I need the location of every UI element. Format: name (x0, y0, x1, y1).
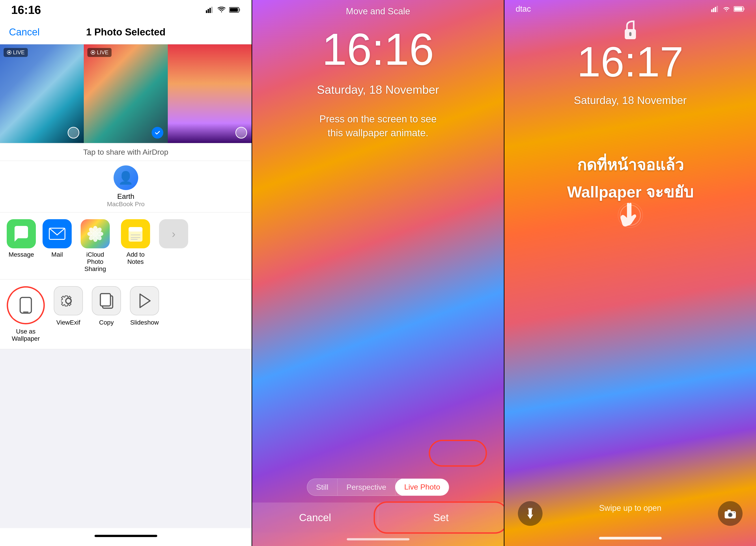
carrier-label: dtac (516, 4, 531, 14)
partial-app-icon: › (159, 219, 188, 248)
panel3-date: Saturday, 18 November (504, 94, 756, 106)
signal-icon (206, 7, 214, 13)
signal-icon-p3 (711, 6, 719, 12)
photo-thumb-3[interactable] (168, 44, 252, 143)
panel2-cancel-button[interactable]: Cancel (252, 503, 378, 533)
airdrop-device[interactable]: 👤 Earth MacBook Pro (0, 161, 252, 212)
view-exif-action[interactable]: ViewExif (54, 286, 83, 326)
status-icons (206, 7, 240, 13)
svg-rect-38 (734, 7, 742, 11)
panel2-actions: Cancel Set (252, 503, 504, 533)
type-still[interactable]: Still (307, 479, 338, 496)
wallpaper-label: Use asWallpaper (12, 328, 40, 342)
icloud-photos-label: iCloud PhotoSharing (78, 251, 112, 272)
share-app-message[interactable]: Message (7, 219, 36, 272)
wifi-icon-p3 (722, 6, 730, 12)
status-bar: 16:16 (0, 0, 252, 20)
svg-rect-49 (728, 510, 731, 512)
panel2-header: Move and Scale (252, 0, 504, 22)
select-circle-1[interactable] (68, 127, 79, 138)
type-perspective[interactable]: Perspective (338, 479, 396, 496)
share-sheet-panel: 16:16 Cancel 1 Photo Selected (0, 0, 252, 546)
svg-rect-37 (743, 8, 745, 10)
panel2-hint: Press on the screen to seethis wallpaper… (252, 112, 504, 140)
wallpaper-icon (11, 291, 40, 320)
panel3-status-icons (711, 6, 745, 12)
lock-screen-panel: dtac 16:17 (504, 0, 756, 546)
svg-point-48 (729, 514, 732, 516)
photo-thumb-1[interactable]: LIVE (0, 44, 84, 143)
device-name: Earth (117, 192, 134, 200)
type-live-photo[interactable]: Live Photo (395, 479, 449, 496)
actions-row: Use asWallpaper ViewExif Copy (0, 280, 252, 349)
touch-pointer-icon (504, 202, 756, 233)
photo-thumb-2[interactable]: LIVE (84, 44, 168, 143)
select-circle-3[interactable] (235, 127, 247, 138)
slideshow-action[interactable]: Slideshow (130, 286, 159, 326)
notes-app-icon (121, 219, 150, 248)
live-badge-2: LIVE (87, 48, 112, 57)
share-app-icloud-photos[interactable]: iCloud PhotoSharing (78, 219, 112, 272)
move-scale-panel: Move and Scale 16:16 Saturday, 18 Novemb… (252, 0, 504, 546)
svg-marker-31 (140, 294, 150, 308)
panel2-home-bar (252, 533, 504, 546)
svg-rect-34 (715, 7, 716, 12)
copy-action[interactable]: Copy (92, 286, 121, 326)
notes-pad-icon (127, 225, 144, 243)
panel3-home-bar (504, 530, 756, 546)
message-app-label: Message (9, 251, 34, 258)
notes-app-label: Add to Notes (119, 251, 152, 265)
home-indicator (0, 528, 252, 546)
hand-pointer-icon (617, 202, 644, 233)
status-time: 16:16 (11, 3, 41, 17)
checkmark-icon (154, 129, 161, 136)
share-app-mail[interactable]: Mail (43, 219, 72, 272)
svg-point-50 (734, 512, 735, 513)
copy-label: Copy (99, 319, 114, 326)
viewexif-label: ViewExif (56, 319, 80, 326)
panel3-time: 16:17 (504, 40, 756, 83)
live-circle-icon (7, 50, 12, 55)
lock-icon-area (504, 20, 756, 40)
device-type: MacBook Pro (107, 200, 144, 208)
message-bubble-icon (12, 225, 30, 243)
svg-rect-33 (713, 8, 714, 12)
thai-line1: กดที่หน้าจอแล้ว (518, 152, 743, 177)
panel2-set-button[interactable]: Set (378, 503, 504, 533)
thai-instruction: กดที่หน้าจอแล้ว Wallpaper จะขยับ (504, 152, 756, 204)
panel2-home-pill (347, 538, 409, 540)
mail-app-label: Mail (51, 251, 63, 258)
svg-rect-22 (129, 227, 142, 231)
camera-icon (724, 508, 737, 519)
share-app-notes[interactable]: Add to Notes (119, 219, 152, 272)
battery-icon (229, 7, 240, 13)
panel2-title: Move and Scale (346, 6, 410, 16)
panel3-controls: Swipe up to open (504, 494, 756, 530)
cancel-button[interactable]: Cancel (9, 26, 40, 38)
svg-rect-30 (100, 294, 110, 306)
panel2-time: 16:16 (252, 27, 504, 72)
panel2-date: Saturday, 18 November (252, 83, 504, 96)
type-pill: Still Perspective Live Photo (307, 479, 449, 496)
slideshow-icon-box (130, 286, 159, 316)
share-app-partial[interactable]: › (159, 219, 188, 272)
svg-point-10 (92, 52, 94, 53)
photo-grid: LIVE LIVE (0, 44, 252, 143)
camera-button[interactable] (718, 501, 743, 526)
select-circle-2[interactable] (152, 127, 163, 138)
viewexif-icon (54, 286, 83, 316)
torch-button[interactable] (518, 501, 543, 526)
svg-rect-5 (239, 9, 240, 11)
svg-rect-43 (529, 509, 532, 515)
swipe-hint: Swipe up to open (597, 501, 663, 526)
svg-rect-26 (20, 298, 31, 313)
gear-icon (61, 294, 76, 308)
use-as-wallpaper-action[interactable]: Use asWallpaper (7, 286, 45, 342)
live-badge-1: LIVE (4, 48, 28, 57)
nav-bar: Cancel 1 Photo Selected (0, 20, 252, 44)
photos-flower-icon (87, 225, 104, 242)
torch-icon (525, 507, 536, 520)
slideshow-label: Slideshow (130, 319, 159, 326)
page-title: 1 Photo Selected (86, 26, 166, 38)
battery-icon-p3 (734, 6, 745, 12)
